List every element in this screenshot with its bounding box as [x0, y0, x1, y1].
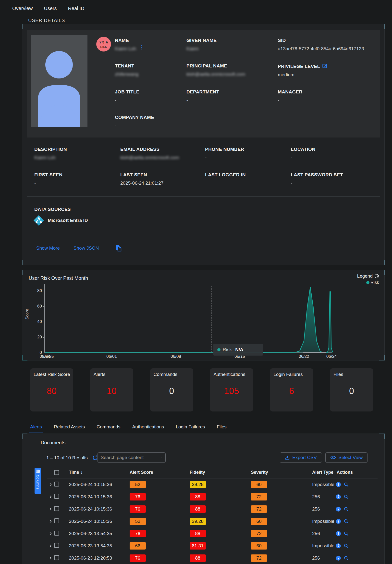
legend-item-risk[interactable]: Risk — [357, 280, 379, 285]
row-checkbox[interactable] — [54, 555, 59, 560]
alert-score-badge: 76 — [130, 493, 146, 500]
legend-collapse-icon — [375, 274, 379, 278]
fidelity-badge: 88 — [190, 505, 206, 513]
data-source-name: Microsoft Entra ID — [48, 218, 88, 223]
severity-badge: 60 — [251, 481, 267, 488]
search-icon[interactable] — [161, 455, 162, 460]
copy-icon[interactable] — [115, 245, 122, 252]
stat-label: Latest Risk Score — [34, 372, 71, 377]
select-view-button[interactable]: Select View — [325, 452, 367, 463]
cell-alert-type: Impossible — [309, 543, 333, 549]
search-box — [97, 452, 166, 463]
tooltip-label: Risk: — [223, 347, 233, 352]
cell-time: 2025-06-23 12:20:53 — [65, 555, 126, 561]
cell-alert-type: Impossible — [309, 519, 333, 524]
nav-item-real-id[interactable]: Real ID — [68, 6, 84, 11]
expand-row-icon[interactable] — [47, 483, 54, 486]
tab-login-failures[interactable]: Login Failures — [175, 423, 206, 433]
field-first-seen: FIRST SEEN - — [34, 172, 120, 186]
field-label: LAST PASSWORD SET — [291, 172, 343, 178]
info-icon[interactable] — [336, 556, 341, 561]
export-csv-button[interactable]: Export CSV — [280, 452, 322, 463]
info-icon[interactable] — [336, 482, 341, 487]
nav-item-overview[interactable]: Overview — [12, 6, 33, 11]
columns-button[interactable]: Columns — [35, 468, 41, 494]
table-row: 2025-06-23 12:20:53 76 88 72 256 — [47, 552, 378, 564]
show-json-link[interactable]: Show JSON — [73, 245, 99, 251]
field-value: - — [34, 181, 120, 186]
fidelity-badge: 88 — [190, 554, 206, 562]
risk-chart-plot[interactable]: 020406080 05/2405/2506/0106/0806/1506/22… — [44, 284, 332, 352]
cell-alert-type: Impossible — [309, 482, 333, 487]
column-header-alert-type[interactable]: Alert Type — [309, 470, 333, 475]
row-checkbox[interactable] — [54, 494, 59, 499]
field-value: kloh@aetla.onmicrosoft.com — [187, 71, 278, 77]
field-label: FIRST SEEN — [34, 172, 120, 178]
chart-hover-guideline — [211, 286, 211, 352]
y-axis-ticks: 020406080 — [32, 284, 42, 352]
investigate-icon[interactable] — [344, 531, 349, 536]
divider — [27, 138, 380, 138]
expand-row-icon[interactable] — [47, 495, 54, 498]
more-menu-icon[interactable] — [141, 45, 142, 50]
chart-tooltip: Risk: N/A — [213, 344, 263, 355]
show-more-link[interactable]: Show More — [36, 245, 60, 251]
tab-related-assets[interactable]: Related Assets — [53, 423, 86, 433]
info-icon[interactable] — [336, 543, 341, 548]
investigate-icon[interactable] — [344, 556, 349, 561]
cell-time: 2025-06-24 10:15:36 — [65, 494, 126, 499]
field-label: NAME — [115, 38, 142, 43]
search-input[interactable] — [101, 455, 161, 460]
severity-badge: 72 — [251, 505, 267, 513]
investigate-icon[interactable] — [344, 519, 349, 524]
row-checkbox[interactable] — [54, 531, 59, 536]
risk-score: 79.5 — [99, 40, 108, 45]
investigate-icon[interactable] — [344, 494, 349, 499]
expand-row-icon[interactable] — [47, 520, 54, 523]
expand-row-icon[interactable] — [47, 544, 54, 548]
nav-item-users[interactable]: Users — [44, 6, 57, 11]
column-header-severity[interactable]: Severity — [248, 470, 309, 475]
alert-score-badge: 52 — [130, 518, 146, 525]
axis-brush-handle[interactable] — [303, 352, 326, 353]
edit-privilege-icon[interactable] — [323, 63, 328, 69]
info-icon[interactable] — [336, 531, 341, 536]
row-checkbox[interactable] — [54, 518, 59, 523]
severity-badge: 72 — [251, 554, 267, 562]
investigate-icon[interactable] — [344, 482, 349, 487]
stat-label: Login Failures — [273, 372, 311, 377]
select-all-checkbox[interactable] — [54, 470, 59, 475]
severity-badge: 60 — [251, 542, 267, 550]
legend-toggle[interactable]: Legend — [357, 273, 379, 279]
column-header-fidelity[interactable]: Fidelity — [187, 470, 248, 475]
column-header-time[interactable]: Time↓ — [65, 470, 126, 475]
tab-authentications[interactable]: Authentications — [131, 423, 165, 433]
tab-commands[interactable]: Commands — [95, 423, 121, 433]
tab-alerts[interactable]: Alerts — [29, 423, 43, 433]
info-icon[interactable] — [336, 494, 341, 499]
expand-row-icon[interactable] — [47, 507, 54, 511]
row-checkbox[interactable] — [54, 506, 59, 511]
info-icon[interactable] — [336, 519, 341, 524]
severity-badge: 60 — [251, 518, 267, 525]
column-header-alert-score[interactable]: Alert Score — [126, 470, 187, 475]
legend-title: Legend — [357, 273, 373, 279]
cell-alert-type: 256 — [309, 494, 333, 499]
info-icon[interactable] — [336, 507, 341, 511]
expand-row-icon[interactable] — [47, 532, 54, 535]
field-label: TENANT — [115, 63, 187, 69]
cell-time: 2025-06-24 10:15:36 — [65, 482, 126, 487]
field-label: PRINCIPAL NAME — [187, 63, 278, 69]
tab-files[interactable]: Files — [216, 423, 228, 433]
investigate-icon[interactable] — [344, 507, 349, 511]
field-value: zhifenwang — [115, 71, 187, 77]
refresh-icon[interactable] — [92, 455, 98, 461]
investigate-icon[interactable] — [344, 543, 349, 548]
field-value: - — [115, 98, 187, 103]
expand-row-icon[interactable] — [47, 556, 54, 560]
row-checkbox[interactable] — [54, 482, 59, 487]
download-icon — [285, 455, 290, 460]
row-checkbox[interactable] — [54, 543, 59, 548]
stat-value: 0 — [330, 386, 373, 396]
stat-card-latest-risk-score: Latest Risk Score 80 — [30, 368, 73, 411]
